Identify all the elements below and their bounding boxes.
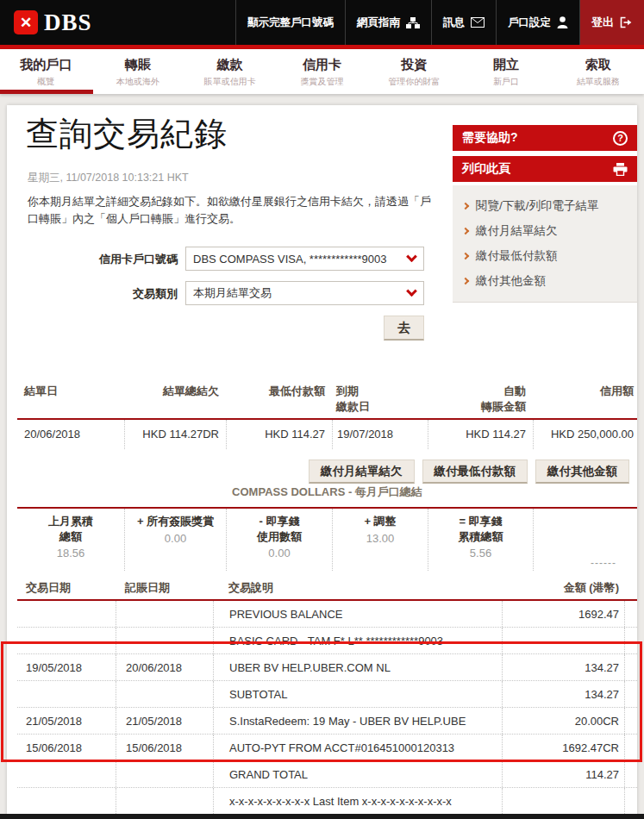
tab-invest[interactable]: 投資 管理你的財富 bbox=[368, 49, 460, 94]
card-account-value: DBS COMPASS VISA, ************9003 bbox=[186, 253, 399, 266]
help-icon: ? bbox=[613, 131, 628, 146]
chevron-down-icon bbox=[399, 247, 423, 270]
sitemap-icon bbox=[406, 17, 420, 28]
show-full-account-number-link[interactable]: 顯示完整戶口號碼 bbox=[235, 0, 345, 45]
messages-label: 訊息 bbox=[443, 16, 465, 30]
logout-button[interactable]: 登出 bbox=[579, 0, 644, 45]
summary-value: HKD 114.27DR bbox=[124, 420, 226, 449]
summary-value: HKD 114.27 bbox=[226, 420, 332, 449]
compass-column: = 即享錢 累積總額 5.56 bbox=[428, 509, 533, 571]
sidebar-link-estatement[interactable]: 閱覽/下載/列印電子結單 bbox=[453, 193, 637, 218]
page-intro-text: 你本期月結單之詳細交易紀錄如下。如欲繳付星展銀行之信用卡結欠，請透過「戶口轉賬」… bbox=[28, 193, 440, 228]
transaction-type-select[interactable]: 本期月結單交易 bbox=[185, 281, 424, 305]
summary-value: HKD 114.27 bbox=[428, 420, 533, 449]
sidebar-link-pay-statement-balance[interactable]: 繳付月結單結欠 bbox=[453, 218, 637, 243]
show-full-account-number-label: 顯示完整戶口號碼 bbox=[247, 16, 334, 30]
main-navigation: 我的戶口 概覽 轉賬 本地或海外 繳款 賬單或信用卡 信用卡 獎賞及管理 投資 … bbox=[0, 49, 644, 94]
messages-link[interactable]: 訊息 bbox=[431, 0, 496, 45]
need-help-label: 需要協助? bbox=[462, 130, 518, 146]
pay-minimum-amount-button[interactable]: 繳付最低付款額 bbox=[422, 460, 528, 484]
summary-value: 19/07/2018 bbox=[332, 420, 428, 449]
compass-dollars-title: COMPASS DOLLARS - 每月戶口總結 bbox=[17, 485, 637, 500]
summary-value: 20/06/2018 bbox=[17, 420, 124, 449]
pay-other-amount-button[interactable]: 繳付其他金額 bbox=[535, 460, 629, 484]
chevron-right-icon bbox=[462, 252, 469, 259]
dbs-logo-text: DBS bbox=[44, 9, 92, 36]
transaction-type-label: 交易類別 bbox=[7, 286, 178, 302]
page-footer-bar bbox=[0, 814, 644, 819]
transaction-row: BASIC CARD - TAM F* L** ************9003 bbox=[17, 628, 637, 654]
tab-open-account[interactable]: 開立 新戶口 bbox=[460, 49, 553, 94]
transaction-row: PREVIOUS BALANCE 1692.47 bbox=[17, 601, 637, 628]
mail-icon bbox=[471, 17, 485, 28]
summary-header: 結單日 bbox=[17, 384, 124, 399]
top-utility-menu: 顯示完整戶口號碼 網頁指南 訊息 戶口設定 登出 bbox=[235, 0, 644, 45]
chevron-right-icon bbox=[462, 277, 469, 284]
tab-pay[interactable]: 繳款 賬單或信用卡 bbox=[184, 49, 276, 94]
top-header: ✕ DBS 顯示完整戶口號碼 網頁指南 訊息 戶口設定 登出 bbox=[0, 0, 644, 45]
card-account-select[interactable]: DBS COMPASS VISA, ************9003 bbox=[185, 247, 424, 271]
compass-column: + 所有簽賬獎賞 0.00 bbox=[124, 509, 226, 571]
compass-column: 上月累積 總額 18.56 bbox=[17, 509, 124, 571]
summary-header: 信用額 bbox=[533, 384, 637, 399]
print-page-button[interactable]: 列印此頁 bbox=[453, 156, 637, 182]
chevron-down-icon bbox=[399, 282, 423, 304]
tab-my-accounts[interactable]: 我的戶口 概覽 bbox=[0, 49, 92, 94]
compass-dollars-section: COMPASS DOLLARS - 每月戶口總結 上月累積 總額 18.56 +… bbox=[17, 485, 637, 571]
dbs-logo-icon: ✕ bbox=[14, 10, 38, 34]
compass-column-empty: ------ bbox=[533, 509, 637, 571]
transaction-row: SUBTOTAL 134.27 bbox=[17, 681, 637, 708]
printer-icon bbox=[613, 163, 628, 176]
placeholder-dashes: ------ bbox=[591, 557, 616, 569]
transaction-type-value: 本期月結單交易 bbox=[186, 285, 399, 301]
tab-transfer[interactable]: 轉賬 本地或海外 bbox=[92, 49, 184, 94]
account-settings-link[interactable]: 戶口設定 bbox=[496, 0, 579, 45]
statement-summary-table: 結單日 結單總結欠 最低付款額 到期 繳款日 自動 轉賬金額 信用額 20/06… bbox=[17, 384, 637, 449]
tab-request[interactable]: 索取 結單或服務 bbox=[552, 49, 644, 94]
summary-header: 到期 繳款日 bbox=[332, 384, 428, 414]
account-settings-label: 戶口設定 bbox=[508, 16, 551, 30]
print-page-label: 列印此頁 bbox=[462, 161, 510, 177]
user-icon bbox=[557, 16, 568, 28]
need-help-button[interactable]: 需要協助? ? bbox=[453, 125, 637, 151]
compass-column: + 調整 13.00 bbox=[332, 509, 428, 571]
summary-header: 自動 轉賬金額 bbox=[428, 384, 533, 414]
summary-header: 最低付款額 bbox=[226, 384, 332, 399]
transactions-table: 交易日期 記賬日期 交易說明 金額 (港幣) PREVIOUS BALANCE … bbox=[17, 575, 637, 815]
pay-statement-balance-button[interactable]: 繳付月結單結欠 bbox=[309, 460, 415, 484]
transaction-row: x-x-x-x-x-x-x-x-x Last Item x-x-x-x-x-x-… bbox=[17, 788, 637, 815]
payment-buttons-row: 繳付月結單結欠 繳付最低付款額 繳付其他金額 bbox=[17, 460, 629, 484]
sidebar-links-panel: 閱覽/下載/列印電子結單 繳付月結單結欠 繳付最低付款額 繳付其他金額 bbox=[453, 185, 637, 303]
go-button[interactable]: 去 bbox=[384, 316, 424, 341]
site-guide-label: 網頁指南 bbox=[357, 16, 400, 30]
tab-credit-cards[interactable]: 信用卡 獎賞及管理 bbox=[276, 49, 368, 94]
sidebar-link-pay-other-amount[interactable]: 繳付其他金額 bbox=[453, 268, 637, 293]
compass-column: - 即享錢 使用數額 0.00 bbox=[226, 509, 332, 571]
dbs-logo[interactable]: ✕ DBS bbox=[0, 9, 92, 36]
transaction-row: 15/06/2018 15/06/2018 AUTO-PYT FROM ACCT… bbox=[17, 735, 637, 761]
site-guide-link[interactable]: 網頁指南 bbox=[345, 0, 431, 45]
summary-header: 結單總結欠 bbox=[124, 384, 226, 399]
chevron-right-icon bbox=[462, 202, 469, 209]
transaction-row: 21/05/2018 21/05/2018 S.InstaRedeem: 19 … bbox=[17, 708, 637, 735]
sidebar-link-pay-minimum[interactable]: 繳付最低付款額 bbox=[453, 243, 637, 268]
page-title: 查詢交易紀錄 bbox=[26, 112, 228, 156]
card-account-label: 信用卡戶口號碼 bbox=[7, 252, 178, 267]
logout-label: 登出 bbox=[591, 15, 614, 30]
dbs-ibanking-screen: ✕ DBS 顯示完整戶口號碼 網頁指南 訊息 戶口設定 登出 bbox=[0, 0, 644, 819]
content-card: 查詢交易紀錄 星期三, 11/07/2018 10:13:21 HKT 你本期月… bbox=[7, 105, 637, 819]
transaction-row: GRAND TOTAL 114.27 bbox=[17, 761, 637, 788]
transaction-row: 19/05/2018 20/06/2018 UBER BV HELP.UBER.… bbox=[17, 654, 637, 681]
right-sidebar: 需要協助? ? 列印此頁 閱覽/下載/列印電子結單 繳付月結單結欠 繳付最低付款… bbox=[453, 125, 637, 303]
transactions-header-row: 交易日期 記賬日期 交易說明 金額 (港幣) bbox=[17, 575, 637, 599]
chevron-right-icon bbox=[462, 227, 469, 234]
page-datetime: 星期三, 11/07/2018 10:13:21 HKT bbox=[28, 171, 189, 185]
summary-value: HKD 250,000.00 bbox=[533, 420, 637, 449]
logout-icon bbox=[620, 16, 633, 28]
